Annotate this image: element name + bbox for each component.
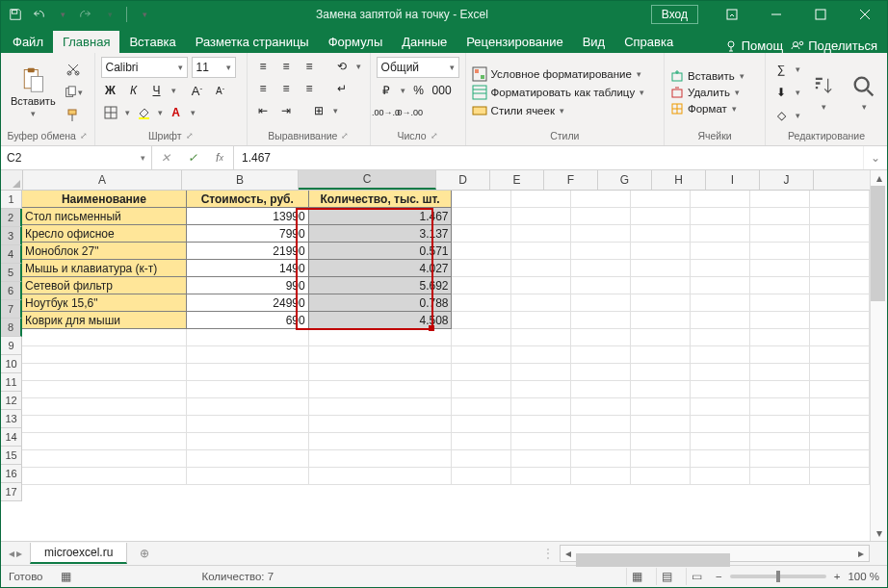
wrap-text-icon[interactable]: ↵ bbox=[332, 79, 352, 98]
align-left-icon[interactable]: ≡ bbox=[253, 79, 273, 98]
cell[interactable] bbox=[187, 364, 309, 381]
delete-cells-button[interactable]: Удалить▾ bbox=[670, 86, 759, 99]
cell[interactable] bbox=[691, 433, 750, 450]
cell[interactable] bbox=[511, 433, 571, 450]
comma-icon[interactable]: 000 bbox=[432, 81, 452, 100]
cell[interactable] bbox=[187, 381, 309, 398]
orientation-icon[interactable]: ⟲ bbox=[332, 57, 352, 76]
cell[interactable] bbox=[22, 346, 187, 364]
cell[interactable] bbox=[511, 312, 571, 329]
col-header-g[interactable]: G bbox=[598, 170, 652, 190]
cell[interactable] bbox=[750, 208, 810, 225]
cell[interactable] bbox=[691, 398, 750, 416]
row-header[interactable]: 3 bbox=[1, 227, 22, 245]
tab-formulas[interactable]: Формулы bbox=[319, 31, 393, 53]
sort-filter-button[interactable]: ▾ bbox=[806, 57, 841, 128]
cell[interactable]: 0.571 bbox=[309, 243, 453, 260]
cell[interactable]: Количество, тыс. шт. bbox=[309, 191, 453, 208]
cell[interactable] bbox=[631, 450, 691, 468]
cell[interactable] bbox=[631, 398, 691, 416]
cell[interactable]: Ноутбук 15,6" bbox=[22, 294, 187, 312]
cell[interactable] bbox=[511, 398, 571, 416]
cell-styles-button[interactable]: Стили ячеек▾ bbox=[472, 103, 658, 118]
cell[interactable] bbox=[309, 398, 453, 416]
cell[interactable] bbox=[691, 312, 750, 329]
cell[interactable] bbox=[309, 381, 453, 398]
row-header[interactable]: 15 bbox=[1, 447, 22, 465]
cell[interactable] bbox=[187, 468, 309, 485]
horizontal-scrollbar[interactable]: ◂ ▸ bbox=[560, 545, 870, 562]
cell[interactable] bbox=[22, 398, 187, 416]
grow-font-icon[interactable]: Aˆ bbox=[188, 81, 207, 100]
increase-decimal-icon[interactable]: .00→.0 bbox=[377, 103, 396, 122]
autosum-icon[interactable]: ∑ bbox=[771, 60, 791, 79]
cell[interactable] bbox=[810, 312, 870, 329]
align-right-icon[interactable]: ≡ bbox=[300, 79, 319, 98]
cell[interactable] bbox=[750, 346, 810, 364]
sign-in-button[interactable]: Вход bbox=[651, 5, 698, 24]
cell[interactable] bbox=[309, 468, 453, 485]
cell[interactable] bbox=[452, 468, 511, 485]
row-header[interactable]: 10 bbox=[1, 355, 22, 373]
col-header-i[interactable]: I bbox=[706, 170, 760, 190]
format-as-table-button[interactable]: Форматировать как таблицу▾ bbox=[472, 85, 658, 100]
increase-indent-icon[interactable]: ⇥ bbox=[276, 101, 296, 120]
percent-icon[interactable]: % bbox=[409, 81, 429, 100]
cell[interactable]: Стол письменный bbox=[22, 208, 187, 225]
cell[interactable] bbox=[571, 364, 631, 381]
cell[interactable] bbox=[750, 191, 810, 208]
cell[interactable] bbox=[750, 225, 810, 243]
name-box[interactable]: C2▾ bbox=[1, 146, 152, 169]
cell[interactable]: Наименование bbox=[22, 191, 187, 208]
cell[interactable] bbox=[187, 450, 309, 468]
tab-help[interactable]: Справка bbox=[614, 31, 683, 53]
cell[interactable] bbox=[691, 294, 750, 312]
cell[interactable] bbox=[22, 450, 187, 468]
cell[interactable] bbox=[631, 277, 691, 294]
cell[interactable] bbox=[691, 468, 750, 485]
cell[interactable]: 13990 bbox=[187, 208, 309, 225]
align-middle-icon[interactable]: ≡ bbox=[276, 57, 296, 76]
number-launcher-icon[interactable]: ⤢ bbox=[431, 131, 438, 141]
currency-icon[interactable]: ₽ bbox=[377, 81, 396, 100]
cell[interactable] bbox=[750, 312, 810, 329]
row-header[interactable]: 16 bbox=[1, 465, 22, 483]
cell[interactable] bbox=[452, 260, 511, 277]
cell[interactable]: Стоимость, руб. bbox=[187, 191, 309, 208]
scroll-left-icon[interactable]: ◂ bbox=[561, 547, 576, 560]
cell[interactable] bbox=[810, 381, 870, 398]
accept-formula-icon[interactable]: ✓ bbox=[179, 151, 206, 165]
cell[interactable] bbox=[452, 364, 511, 381]
row-header[interactable]: 14 bbox=[1, 428, 22, 447]
cell[interactable] bbox=[22, 468, 187, 485]
font-launcher-icon[interactable]: ⤢ bbox=[186, 131, 194, 141]
cell[interactable] bbox=[511, 381, 571, 398]
cell[interactable]: 1490 bbox=[187, 260, 309, 277]
cell[interactable] bbox=[452, 277, 511, 294]
cell[interactable] bbox=[631, 329, 691, 346]
cell[interactable] bbox=[452, 398, 511, 416]
cell[interactable] bbox=[810, 346, 870, 364]
cell[interactable] bbox=[187, 398, 309, 416]
col-header-e[interactable]: E bbox=[490, 170, 544, 190]
cell[interactable]: Кресло офисное bbox=[22, 225, 187, 243]
number-format-combo[interactable]: Общий▾ bbox=[377, 57, 459, 78]
cell[interactable] bbox=[452, 450, 511, 468]
tab-data[interactable]: Данные bbox=[392, 31, 457, 53]
tab-file[interactable]: Файл bbox=[3, 31, 53, 53]
fill-color-icon[interactable] bbox=[134, 103, 153, 122]
cell[interactable] bbox=[631, 208, 691, 225]
cell[interactable] bbox=[187, 346, 309, 364]
cell[interactable] bbox=[810, 433, 870, 450]
cell[interactable] bbox=[810, 329, 870, 346]
sheet-nav-prev-icon[interactable]: ◂ bbox=[9, 547, 14, 560]
cut-icon[interactable] bbox=[64, 60, 83, 79]
col-header-a[interactable]: A bbox=[23, 170, 182, 190]
cell[interactable] bbox=[691, 277, 750, 294]
cell[interactable] bbox=[511, 277, 571, 294]
cell[interactable] bbox=[631, 416, 691, 433]
maximize-icon[interactable] bbox=[798, 1, 843, 28]
cell[interactable] bbox=[511, 346, 571, 364]
cell[interactable]: 4.508 bbox=[309, 312, 453, 329]
cell[interactable] bbox=[691, 416, 750, 433]
